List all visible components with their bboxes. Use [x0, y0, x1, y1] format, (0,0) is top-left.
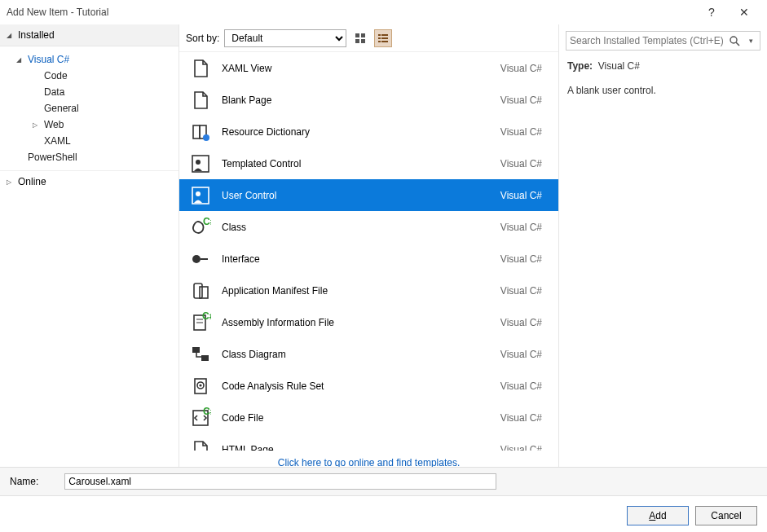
search-input[interactable]: [570, 35, 729, 46]
svg-rect-0: [355, 33, 359, 37]
template-row[interactable]: Blank PageVisual C#: [179, 84, 558, 116]
view-large-icons-button[interactable]: [351, 29, 369, 47]
template-row[interactable]: C#Assembly Information FileVisual C#: [179, 306, 558, 338]
template-row[interactable]: Application Manifest FileVisual C#: [179, 275, 558, 306]
template-name: Class: [222, 222, 491, 233]
template-name: Resource Dictionary: [222, 126, 491, 138]
template-lang: Visual C#: [500, 444, 549, 451]
template-row[interactable]: HTML PageVisual C#: [179, 433, 558, 451]
search-icon[interactable]: [729, 35, 745, 46]
ruleset-icon: [189, 375, 212, 398]
online-label: Online: [18, 176, 46, 187]
tree: Visual C# Code Data General Web XAML Pow…: [0, 46, 179, 170]
caret-icon: [16, 55, 24, 64]
template-name: Code Analysis Rule Set: [222, 380, 491, 392]
dialog-buttons: Add Cancel: [627, 506, 757, 525]
tree-powershell[interactable]: PowerShell: [0, 149, 179, 165]
caret-icon: [7, 31, 15, 39]
tree-visual-csharp[interactable]: Visual C#: [0, 51, 179, 68]
tree-code[interactable]: Code: [0, 68, 179, 84]
svg-text:C#: C#: [203, 217, 211, 227]
installed-header[interactable]: Installed: [0, 24, 179, 46]
chevron-down-icon[interactable]: ▾: [745, 37, 756, 45]
name-row: Name:: [0, 467, 767, 496]
type-value: Visual C#: [598, 60, 640, 72]
interface-icon: [189, 248, 212, 270]
svg-rect-8: [378, 41, 381, 42]
sortby-select[interactable]: Default: [224, 29, 346, 47]
file-blank-icon: [189, 57, 212, 80]
template-row[interactable]: C#Code FileVisual C#: [179, 402, 558, 433]
file-blank-icon: [189, 438, 212, 451]
svg-point-18: [192, 255, 201, 263]
tree-data[interactable]: Data: [0, 84, 179, 100]
assembly-icon: C#: [189, 311, 212, 334]
details-panel: ▾ Type: Visual C# A blank user control.: [559, 24, 767, 475]
template-lang: Visual C#: [500, 158, 549, 169]
svg-rect-2: [355, 39, 359, 43]
template-lang: Visual C#: [500, 126, 549, 138]
sidebar: Installed Visual C# Code Data General We…: [0, 24, 179, 475]
sort-bar: Sort by: Default: [179, 24, 558, 52]
svg-text:C#: C#: [202, 312, 211, 322]
sortby-label: Sort by:: [186, 33, 219, 44]
template-lang: Visual C#: [500, 253, 549, 265]
type-label: Type:: [567, 60, 593, 72]
search-box[interactable]: ▾: [566, 31, 760, 51]
template-name: Code File: [222, 412, 491, 424]
control-person-icon: [189, 152, 212, 175]
template-lang: Visual C#: [500, 380, 549, 392]
template-row[interactable]: Resource DictionaryVisual C#: [179, 116, 558, 147]
template-lang: Visual C#: [500, 285, 549, 297]
help-button[interactable]: ?: [695, 6, 728, 19]
svg-point-16: [196, 191, 201, 196]
name-label: Name:: [10, 476, 38, 487]
diagram-icon: [189, 343, 212, 366]
add-button[interactable]: Add: [627, 506, 689, 525]
svg-point-30: [199, 384, 201, 386]
svg-rect-4: [378, 34, 381, 36]
template-panel: Sort by: Default XAML ViewVisual C#Blank…: [179, 24, 559, 475]
template-row[interactable]: C#ClassVisual C#: [179, 211, 558, 243]
template-name: Interface: [222, 253, 491, 265]
online-header[interactable]: Online: [0, 170, 179, 192]
template-row[interactable]: User ControlVisual C#: [179, 179, 558, 211]
name-input[interactable]: [64, 473, 496, 490]
template-name: Blank Page: [222, 95, 491, 106]
cancel-button[interactable]: Cancel: [695, 506, 757, 525]
window-title: Add New Item - Tutorial: [7, 7, 695, 18]
caret-icon: [7, 178, 15, 186]
svg-rect-3: [361, 39, 365, 43]
template-row[interactable]: Class DiagramVisual C#: [179, 338, 558, 370]
book-icon: [189, 121, 212, 143]
template-name: XAML View: [222, 63, 491, 74]
template-lang: Visual C#: [500, 349, 549, 360]
view-list-button[interactable]: [374, 29, 392, 47]
template-row[interactable]: Templated ControlVisual C#: [179, 147, 558, 179]
svg-rect-9: [381, 41, 388, 42]
template-name: Class Diagram: [222, 349, 491, 360]
tree-web[interactable]: Web: [0, 117, 179, 133]
type-info: Type: Visual C#: [566, 57, 760, 75]
svg-point-12: [203, 134, 209, 141]
svg-rect-21: [200, 287, 208, 298]
template-list[interactable]: XAML ViewVisual C#Blank PageVisual C#Res…: [179, 52, 558, 451]
template-lang: Visual C#: [500, 222, 549, 233]
template-row[interactable]: XAML ViewVisual C#: [179, 52, 558, 84]
manifest-icon: [189, 279, 212, 302]
svg-point-33: [730, 37, 737, 43]
svg-line-34: [736, 42, 739, 46]
template-row[interactable]: InterfaceVisual C#: [179, 243, 558, 275]
caret-icon: [33, 121, 41, 129]
titlebar: Add New Item - Tutorial ? ✕: [0, 0, 767, 24]
svg-rect-5: [381, 34, 388, 36]
control-person-icon: [189, 184, 212, 207]
template-name: Assembly Information File: [222, 317, 491, 328]
tree-xaml[interactable]: XAML: [0, 133, 179, 149]
template-name: Templated Control: [222, 158, 491, 169]
template-row[interactable]: Code Analysis Rule SetVisual C#: [179, 370, 558, 402]
template-lang: Visual C#: [500, 412, 549, 424]
class-icon: C#: [189, 216, 212, 239]
tree-general[interactable]: General: [0, 100, 179, 117]
close-button[interactable]: ✕: [728, 6, 760, 19]
